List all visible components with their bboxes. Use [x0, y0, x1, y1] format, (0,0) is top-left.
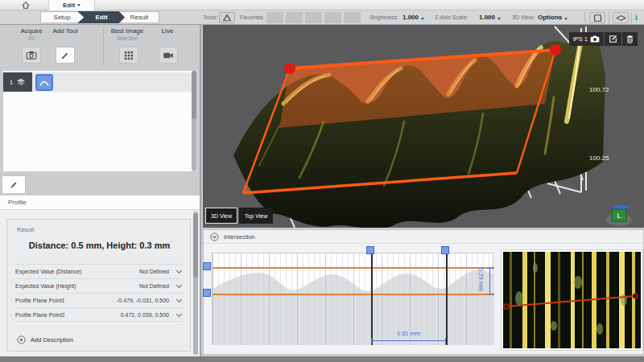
width-cursor-right[interactable]: [446, 253, 448, 345]
brightness-value-text: 1.000: [402, 14, 419, 21]
add-description-button[interactable]: Add Description: [17, 335, 73, 344]
profile-panel: Profile Result Distance: 0.5 mm, Height:…: [0, 195, 200, 356]
intersection-title: Intersection: [224, 233, 255, 241]
add-tool-button[interactable]: [56, 47, 75, 64]
acquire-button[interactable]: [22, 47, 41, 64]
favorite-slot[interactable]: [344, 12, 361, 23]
divider: [103, 27, 104, 66]
row-value: -0.479, -0.031, 0.500: [117, 298, 169, 303]
home-button[interactable]: [14, 0, 37, 10]
fit-frame-button[interactable]: [589, 12, 605, 23]
plane-icon: [616, 14, 626, 23]
play-icon: [17, 335, 26, 344]
profile-panel-header: Profile: [0, 195, 200, 210]
top-view-image[interactable]: [502, 250, 642, 350]
favorite-slot[interactable]: [286, 12, 303, 23]
frame-icon: [593, 14, 602, 23]
export-edit-icon: [609, 35, 617, 43]
3d-viewport[interactable]: L IPS 1: [203, 25, 644, 228]
3d-view-button[interactable]: 3D View: [205, 208, 237, 224]
tool-row[interactable]: 1: [3, 72, 192, 92]
application-window: Edit Setup Edit Result Tools: Favorites:…: [0, 0, 644, 362]
zaxis-label: Z-Axis Scale:: [435, 14, 468, 20]
tools-profile-button[interactable]: [219, 12, 235, 23]
add-tool-label: Add Tool: [45, 27, 85, 35]
chevron-down-icon[interactable]: [176, 297, 182, 302]
table-row[interactable]: Profile Plane Point2 0.472, 0.039, 0.500: [15, 307, 183, 322]
upper-height-handle[interactable]: [203, 262, 211, 270]
ips-capture-button[interactable]: IPS 1: [569, 32, 605, 46]
caret-down-icon: [77, 4, 80, 6]
profile-scrollbar[interactable]: [193, 212, 198, 355]
pencil-icon: [10, 180, 19, 189]
chevron-down-icon[interactable]: [176, 268, 182, 274]
tools-label: Tools:: [203, 14, 217, 20]
3dview-options-button[interactable]: Options: [538, 14, 568, 21]
pencil-icon: [60, 51, 70, 60]
app-tab-edit[interactable]: Edit: [48, 0, 95, 10]
collapse-icon[interactable]: [210, 232, 219, 241]
main-toolbar: Setup Edit Result Tools: Favorites: Brig…: [0, 10, 644, 25]
favorite-slot[interactable]: [305, 12, 322, 23]
favorite-slot[interactable]: [324, 12, 341, 23]
height-cursor-lower[interactable]: [213, 294, 494, 295]
info-icon[interactable]: i: [635, 13, 638, 22]
orientation-cube-label: L: [617, 212, 621, 220]
grid-icon: [124, 51, 134, 60]
right-width-handle[interactable]: [441, 246, 449, 254]
camera-icon: [590, 35, 600, 43]
result-label: Result: [17, 226, 34, 233]
profile-tool-selected[interactable]: [35, 74, 53, 91]
table-row[interactable]: Expected Value (Distance) Not Defined: [15, 264, 183, 278]
lower-height-handle[interactable]: [203, 289, 211, 297]
live-label: Live: [150, 27, 185, 35]
add-description-label: Add Description: [31, 336, 73, 343]
3d-scene: L: [203, 25, 644, 228]
tool-slot-1[interactable]: 1: [3, 72, 32, 92]
result-table: Expected Value (Distance) Not Defined Ex…: [15, 264, 183, 322]
chevron-down-icon[interactable]: [176, 282, 182, 288]
result-box: Result Distance: 0.5 mm, Height: 0.3 mm …: [6, 219, 191, 352]
chevron-down-icon[interactable]: [176, 311, 182, 316]
edit-profile-tab[interactable]: [2, 175, 26, 193]
tool-list-scrollbar[interactable]: [192, 71, 196, 171]
row-label: Expected Value (Height): [15, 283, 139, 289]
height-measurement: 0.29 mm: [477, 268, 485, 295]
row-label: Profile Plane Point2: [15, 312, 121, 318]
brightness-value[interactable]: 1.000: [402, 14, 424, 21]
delete-button[interactable]: [622, 32, 638, 46]
orientation-cube[interactable]: L: [606, 205, 632, 226]
best-image-sub-label: Selection: [105, 35, 150, 41]
intersection-header: Intersection: [204, 230, 643, 244]
zaxis-value[interactable]: 1.000: [479, 14, 501, 21]
plane-endpoint-right[interactable]: [550, 44, 561, 56]
left-width-handle[interactable]: [366, 246, 374, 254]
height-cursor-upper[interactable]: [213, 267, 494, 269]
width-measurement: 0.51 mm: [371, 330, 446, 337]
live-button[interactable]: [159, 47, 178, 64]
home-icon: [21, 1, 31, 10]
table-row[interactable]: Profile Plane Point1 -0.479, -0.031, 0.5…: [15, 293, 183, 307]
caret-down-icon: [421, 18, 424, 20]
surface-texture: [503, 252, 641, 348]
z-axis-label-lower: 100.25: [589, 154, 630, 162]
favorite-slot[interactable]: [266, 12, 283, 23]
toolbar-separator: [631, 12, 632, 23]
plane-view-button[interactable]: [613, 12, 629, 23]
tab-edit[interactable]: Edit: [77, 11, 126, 23]
profile-curve-icon: [222, 14, 232, 22]
plane-endpoint-left[interactable]: [284, 63, 295, 74]
best-image-label: Best Image: [105, 27, 150, 35]
table-row[interactable]: Expected Value (Height) Not Defined: [15, 278, 183, 293]
caret-down-icon: [497, 18, 501, 20]
3dview-options-text: Options: [538, 14, 562, 21]
row-label: Profile Plane Point1: [15, 298, 117, 303]
tab-setup[interactable]: Setup: [40, 11, 84, 23]
tab-result[interactable]: Result: [119, 11, 159, 23]
best-image-button[interactable]: [119, 47, 138, 64]
row-value: 0.472, 0.039, 0.500: [121, 312, 169, 318]
toolbar-separator: [584, 12, 585, 23]
top-view-button[interactable]: Top View: [239, 208, 273, 224]
export-edit-button[interactable]: [605, 32, 622, 46]
profile-chart[interactable]: 0.51 mm 0.29 mm: [212, 253, 493, 344]
